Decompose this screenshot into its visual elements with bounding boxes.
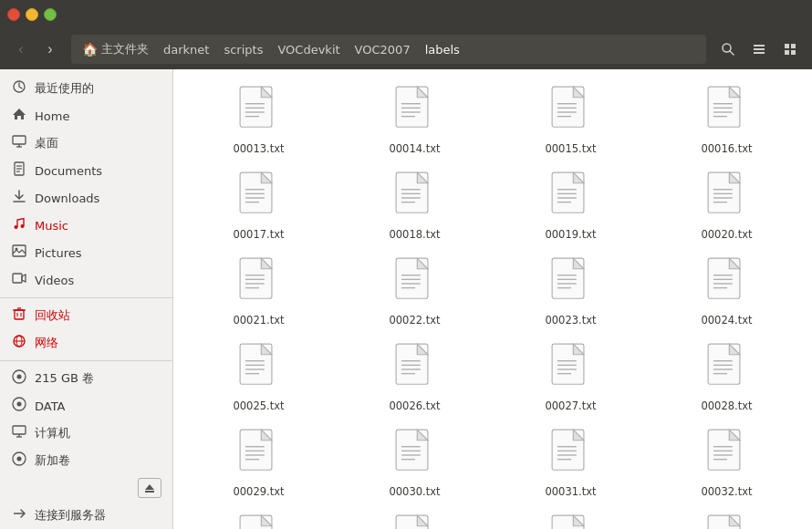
file-item[interactable]: 00021.txt — [182, 250, 335, 332]
file-icon — [393, 343, 437, 396]
file-item[interactable]: 00034.txt — [338, 507, 491, 529]
recent-icon — [11, 79, 27, 98]
file-item[interactable]: 00014.txt — [338, 78, 491, 161]
file-item[interactable]: 00013.txt — [182, 78, 335, 161]
file-area[interactable]: 00013.txt 00014.txt 00015.txt 00016.txt … — [173, 69, 812, 529]
sidebar-item-home[interactable]: Home — [0, 102, 172, 130]
maximize-button[interactable] — [44, 8, 57, 21]
file-name: 00015.txt — [545, 142, 596, 155]
file-item[interactable]: 00030.txt — [338, 421, 491, 503]
file-icon — [237, 171, 281, 224]
file-name: 00019.txt — [545, 228, 596, 241]
file-item[interactable]: 00018.txt — [338, 164, 491, 246]
grid-view-button[interactable] — [776, 35, 805, 64]
pictures-icon — [11, 244, 27, 262]
breadcrumb-label: labels — [425, 43, 460, 57]
minimize-button[interactable] — [26, 8, 38, 21]
sidebar-item-label: 215 GB 卷 — [35, 370, 94, 387]
file-name: 00027.txt — [545, 399, 596, 412]
home-icon — [11, 107, 27, 125]
file-item[interactable]: 00026.txt — [338, 336, 491, 418]
file-item[interactable]: 00016.txt — [651, 78, 803, 161]
file-item[interactable]: 00020.txt — [651, 164, 803, 246]
sidebar-item-network[interactable]: 网络 — [0, 329, 172, 357]
sidebar-item-trash[interactable]: 回收站 — [0, 302, 172, 329]
sidebar-item-data[interactable]: DATA — [0, 392, 172, 420]
breadcrumb-item-主文件夹[interactable]: 🏠主文件夹 — [75, 39, 156, 59]
breadcrumb-item-scripts[interactable]: scripts — [216, 41, 270, 58]
file-icon — [237, 86, 281, 139]
list-view-button[interactable] — [744, 35, 774, 64]
sidebar: 最近使用的Home桌面DocumentsDownloadsMusicPictur… — [0, 69, 173, 529]
sidebar-item-connect[interactable]: 连接到服务器 — [0, 502, 172, 529]
file-name: 00023.txt — [545, 314, 596, 327]
file-name: 00013.txt — [233, 142, 284, 155]
file-icon — [705, 343, 749, 396]
grid-view-icon — [783, 42, 797, 57]
computer-icon — [11, 424, 27, 442]
breadcrumb-item-darknet[interactable]: darknet — [156, 41, 216, 58]
breadcrumb-item-VOC2007[interactable]: VOC2007 — [348, 41, 418, 58]
file-item[interactable]: 00017.txt — [182, 164, 335, 246]
file-item[interactable]: 00025.txt — [182, 336, 335, 418]
file-item[interactable]: 00022.txt — [338, 250, 491, 332]
file-item[interactable]: 00028.txt — [651, 336, 803, 418]
sidebar-item-vol215[interactable]: 215 GB 卷 — [0, 365, 172, 392]
back-button[interactable]: ‹ — [7, 36, 35, 63]
forward-button[interactable]: › — [36, 36, 64, 63]
file-item[interactable]: 00031.txt — [494, 421, 647, 503]
file-name: 00032.txt — [701, 485, 752, 498]
close-button[interactable] — [7, 8, 20, 21]
sidebar-separator — [0, 360, 172, 361]
svg-rect-8 — [791, 50, 796, 55]
trash-icon — [11, 306, 27, 325]
sidebar-item-videos[interactable]: Videos — [0, 266, 172, 294]
file-item[interactable]: 00035.txt — [494, 507, 647, 529]
search-icon — [721, 42, 735, 57]
toolbar: ‹ › 🏠主文件夹darknetscriptsVOCdevkitVOC2007l… — [0, 29, 812, 69]
sidebar-item-computer[interactable]: 计算机 — [0, 420, 172, 447]
file-item[interactable]: 00027.txt — [494, 336, 647, 418]
file-icon — [705, 429, 749, 482]
file-icon — [705, 86, 749, 139]
file-item[interactable]: 00029.txt — [182, 421, 335, 503]
file-item[interactable]: 00024.txt — [651, 250, 803, 332]
sidebar-item-downloads[interactable]: Downloads — [0, 184, 172, 212]
sidebar-item-label: 回收站 — [35, 307, 70, 324]
file-item[interactable]: 00036.txt — [651, 507, 803, 529]
svg-point-20 — [15, 225, 18, 229]
breadcrumb-item-VOCdevkit[interactable]: VOCdevkit — [270, 41, 347, 58]
file-grid: 00013.txt 00014.txt 00015.txt 00016.txt … — [182, 78, 803, 529]
home-icon: 🏠 — [82, 42, 98, 57]
svg-rect-24 — [13, 274, 22, 283]
file-item[interactable]: 00033.txt — [182, 507, 335, 529]
sidebar-item-music[interactable]: Music — [0, 212, 172, 239]
svg-marker-43 — [145, 484, 154, 490]
breadcrumb-item-labels[interactable]: labels — [418, 41, 467, 58]
file-icon — [393, 514, 437, 529]
file-item[interactable]: 00032.txt — [651, 421, 803, 503]
eject-button[interactable] — [138, 478, 161, 498]
titlebar — [0, 0, 812, 29]
svg-rect-44 — [145, 491, 154, 493]
sidebar-item-pictures[interactable]: Pictures — [0, 239, 172, 266]
sidebar-item-recent[interactable]: 最近使用的 — [0, 75, 172, 102]
search-button[interactable] — [713, 35, 743, 64]
svg-rect-38 — [13, 426, 26, 434]
file-name: 00016.txt — [701, 142, 752, 155]
sidebar-item-label: 连接到服务器 — [35, 507, 106, 524]
list-view-icon — [752, 42, 766, 57]
file-item[interactable]: 00023.txt — [494, 250, 647, 332]
file-icon — [237, 343, 281, 396]
svg-rect-7 — [785, 50, 789, 55]
svg-point-37 — [17, 402, 22, 407]
file-icon — [549, 86, 593, 139]
file-item[interactable]: 00019.txt — [494, 164, 647, 246]
svg-point-42 — [17, 457, 22, 462]
eject-row — [0, 474, 172, 502]
sidebar-item-documents[interactable]: Documents — [0, 157, 172, 184]
file-item[interactable]: 00015.txt — [494, 78, 647, 161]
sidebar-item-desktop[interactable]: 桌面 — [0, 130, 172, 157]
svg-rect-3 — [754, 48, 765, 50]
sidebar-item-newvol[interactable]: 新加卷 — [0, 447, 172, 474]
